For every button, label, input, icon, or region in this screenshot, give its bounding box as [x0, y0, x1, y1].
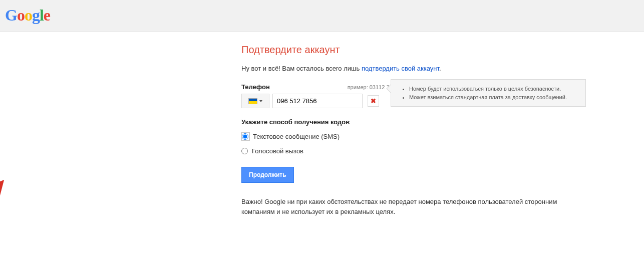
continue-button[interactable]: Продолжить — [241, 167, 294, 183]
disclaimer-text: Важно! Google ни при каких обстоятельств… — [241, 197, 562, 216]
phone-error-indicator[interactable]: ✖ — [368, 95, 379, 107]
radio-sms-label: Текстовое сообщение (SMS) — [253, 133, 340, 140]
radio-option-voice[interactable]: Голосовой вызов — [241, 147, 644, 155]
header: Google — [0, 0, 644, 32]
intro-suffix: . — [439, 65, 441, 72]
phone-info-callout: Номер будет использоваться только в целя… — [391, 79, 586, 107]
error-x-icon: ✖ — [371, 97, 376, 105]
radio-voice[interactable] — [241, 148, 248, 154]
confirm-account-link[interactable]: подтвердить свой аккаунт — [362, 65, 439, 72]
main-content: Подтвердите аккаунт Ну вот и всё! Вам ос… — [0, 32, 644, 216]
radio-voice-label: Голосовой вызов — [252, 147, 303, 155]
google-logo: Google — [5, 6, 50, 25]
phone-input[interactable] — [272, 94, 363, 108]
radio-option-sms[interactable]: Текстовое сообщение (SMS) — [241, 133, 644, 140]
info-bullet: Номер будет использоваться только в целя… — [409, 85, 578, 93]
radio-focus-ring — [241, 133, 249, 140]
annotation-arrow-icon — [0, 52, 15, 167]
page-title: Подтвердите аккаунт — [241, 44, 644, 56]
phone-label-row: Телефон пример: 03112 34567 — [241, 83, 402, 91]
intro-text: Ну вот и всё! Вам осталось всего лишь по… — [241, 65, 644, 72]
intro-prefix: Ну вот и всё! Вам осталось всего лишь — [241, 65, 362, 72]
chevron-down-icon — [259, 100, 262, 102]
flag-icon — [248, 98, 257, 104]
annotation-arrow-icon — [0, 167, 25, 216]
code-method-label: Укажите способ получения кодов — [241, 118, 644, 126]
info-bullet: Может взиматься стандартная плата за дос… — [409, 93, 578, 102]
country-dropdown[interactable] — [241, 94, 269, 108]
radio-sms[interactable] — [242, 133, 248, 140]
phone-label: Телефон — [241, 83, 270, 91]
